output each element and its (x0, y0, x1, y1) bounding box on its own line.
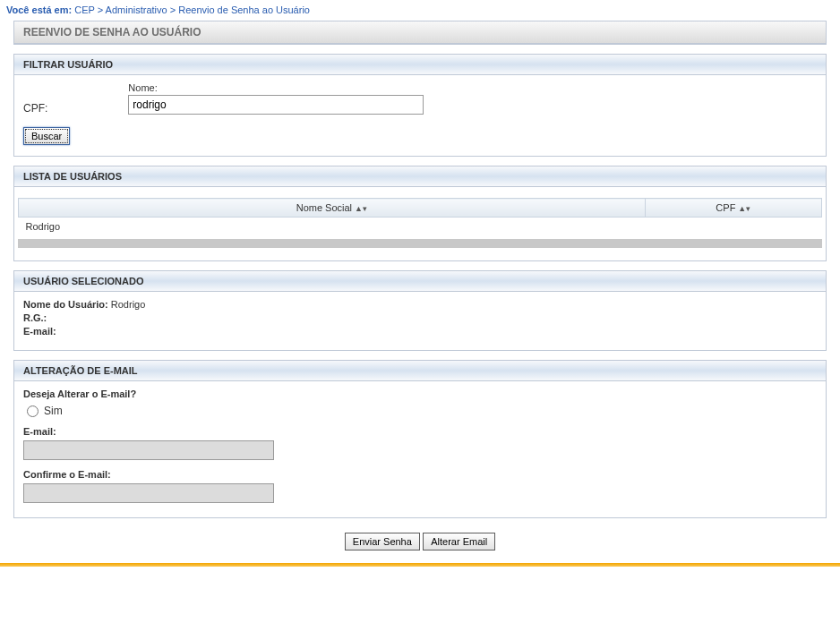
table-footer-bar (18, 239, 822, 248)
breadcrumb-prefix: Você está em: (6, 4, 72, 15)
filter-panel: FILTRAR USUÁRIO CPF: Nome: Buscar (13, 54, 827, 157)
selected-nome-label: Nome do Usuário: (23, 299, 108, 310)
list-header: LISTA DE USUÁRIOS (14, 166, 826, 187)
email-input (23, 440, 274, 460)
confirm-email-input (23, 483, 274, 503)
cell-nome: Rodrigo (19, 218, 646, 236)
alter-email-button[interactable]: Alterar Email (423, 533, 495, 550)
sort-icon: ▲▾ (355, 204, 367, 213)
selected-title: USUÁRIO SELECIONADO (23, 276, 143, 286)
user-table: Nome Social▲▾ CPF▲▾ Rodrigo (18, 198, 822, 235)
breadcrumb: Você está em: CEP > Administrativo > Ree… (0, 0, 840, 21)
selected-rg-label: R.G.: (23, 312, 47, 323)
send-password-button[interactable]: Enviar Senha (345, 533, 420, 550)
breadcrumb-path: CEP > Administrativo > Reenvio de Senha … (74, 4, 310, 15)
email-label: E-mail: (23, 426, 817, 437)
list-title: LISTA DE USUÁRIOS (23, 171, 122, 182)
confirm-email-label: Confirme o E-mail: (23, 469, 817, 480)
radio-sim[interactable] (27, 405, 39, 417)
filter-title: FILTRAR USUÁRIO (23, 59, 113, 70)
col-cpf-label: CPF (716, 202, 735, 213)
filter-header: FILTRAR USUÁRIO (14, 55, 826, 75)
cell-cpf (645, 218, 821, 236)
col-nome[interactable]: Nome Social▲▾ (19, 199, 646, 218)
list-panel: LISTA DE USUÁRIOS Nome Social▲▾ CPF▲▾ (13, 166, 827, 261)
alter-email-header: ALTERAÇÃO DE E-MAIL (14, 361, 826, 381)
sort-icon: ▲▾ (738, 204, 750, 213)
selected-email-label: E-mail: (23, 326, 56, 337)
alter-email-question: Deseja Alterar o E-mail? (23, 388, 817, 399)
table-row[interactable]: Rodrigo (19, 218, 822, 236)
main-title-header: REENVIO DE SENHA AO USUÁRIO (14, 21, 826, 44)
nome-input[interactable] (128, 95, 424, 115)
radio-sim-label: Sim (44, 405, 63, 417)
selected-header: USUÁRIO SELECIONADO (14, 271, 826, 292)
selected-panel: USUÁRIO SELECIONADO Nome do Usuário: Rod… (13, 270, 827, 351)
main-title: REENVIO DE SENHA AO USUÁRIO (23, 26, 201, 38)
col-nome-label: Nome Social (296, 202, 352, 213)
nome-label: Nome: (128, 82, 424, 93)
selected-info: Nome do Usuário: Rodrigo R.G.: E-mail: (23, 299, 817, 337)
cpf-label: CPF: (23, 102, 47, 115)
alter-email-title: ALTERAÇÃO DE E-MAIL (23, 365, 138, 376)
footer-divider (0, 563, 840, 567)
action-row: Enviar Senha Alterar Email (0, 527, 840, 563)
main-title-panel: REENVIO DE SENHA AO USUÁRIO (13, 21, 827, 45)
alter-email-panel: ALTERAÇÃO DE E-MAIL Deseja Alterar o E-m… (13, 360, 827, 518)
search-button[interactable]: Buscar (23, 127, 70, 145)
selected-nome-value: Rodrigo (111, 299, 146, 310)
col-cpf[interactable]: CPF▲▾ (645, 199, 821, 218)
